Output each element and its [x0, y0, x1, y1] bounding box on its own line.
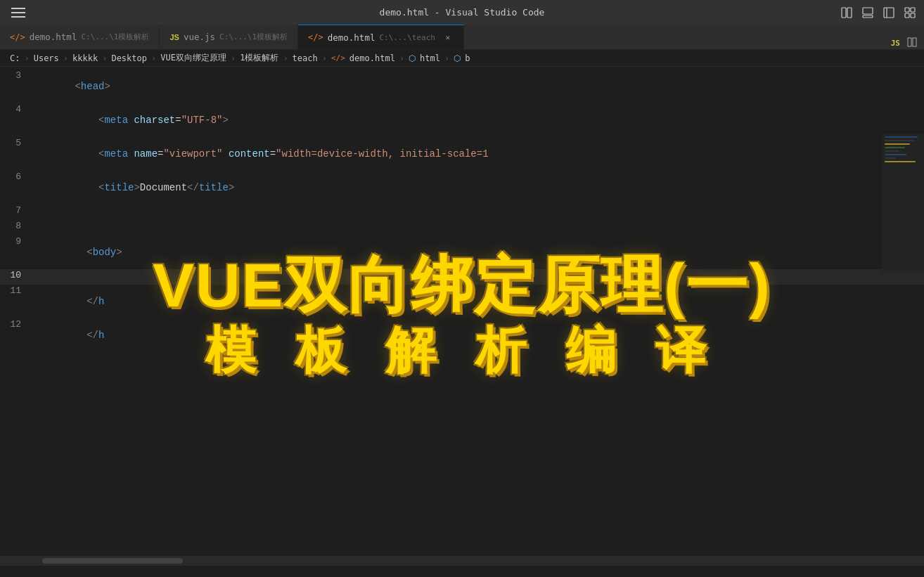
split-editor-icon[interactable]	[907, 37, 917, 49]
bc-sep: ›	[231, 53, 236, 63]
bc-users: Users	[34, 53, 59, 63]
svg-rect-4	[884, 8, 894, 18]
line-content[interactable]: <body>	[35, 235, 924, 269]
layout-bottom-icon[interactable]	[862, 7, 873, 18]
bc-kkkkk: kkkkk	[72, 53, 98, 63]
minimap	[882, 134, 924, 274]
line-content[interactable]	[35, 220, 924, 231]
bc-html-icon: </>	[331, 53, 345, 63]
bc-sep: ›	[24, 53, 29, 63]
line-number: 3	[0, 70, 35, 81]
js-file-icon: JS	[169, 33, 179, 41]
code-line-10: 10	[0, 269, 924, 285]
bc-desktop: Desktop	[111, 53, 147, 63]
svg-rect-9	[911, 13, 915, 18]
bc-sep: ›	[283, 53, 288, 63]
svg-rect-8	[905, 13, 909, 18]
html-file-icon-active: </>	[308, 32, 323, 42]
layout-sidebar-icon[interactable]	[883, 7, 894, 18]
svg-rect-10	[908, 38, 911, 46]
line-content[interactable]: <head>	[35, 70, 924, 103]
line-number: 5	[0, 138, 35, 148]
tab-path: C:\...\1模板解析	[81, 32, 149, 42]
minimap-line	[885, 150, 899, 152]
line-number: 4	[0, 104, 35, 115]
line-content[interactable]: </h	[35, 285, 924, 318]
layout-panel-icon[interactable]	[841, 7, 852, 18]
bc-demohtml: demo.html	[349, 53, 395, 63]
tabs-bar: </> demo.html C:\...\1模板解析 JS vue.js C:\…	[0, 25, 924, 50]
tab-close-button[interactable]: ✕	[442, 32, 454, 43]
window-controls	[841, 7, 916, 18]
svg-rect-3	[863, 15, 873, 18]
svg-rect-1	[847, 8, 852, 18]
more-options-icon[interactable]	[904, 7, 916, 18]
horizontal-scrollbar[interactable]	[0, 556, 924, 566]
bc-sep: ›	[399, 53, 404, 63]
bc-teach: teach	[293, 53, 318, 63]
line-number: 10	[0, 270, 35, 280]
code-line-6: 6 <title>Document</title>	[0, 171, 924, 205]
title-bar: demo.html - Visual Studio Code	[0, 0, 924, 25]
minimap-line	[885, 140, 914, 141]
svg-rect-7	[911, 8, 915, 12]
svg-rect-11	[913, 38, 916, 46]
minimap-line	[885, 161, 916, 162]
code-line-12: 12 </h	[0, 318, 924, 352]
line-number: 6	[0, 171, 35, 182]
tabs-right-icons: JS	[891, 37, 924, 49]
html-file-icon: </>	[10, 32, 25, 42]
tab-filename: demo.html	[30, 32, 77, 42]
line-content[interactable]	[35, 205, 924, 216]
svg-rect-0	[842, 8, 846, 18]
minimap-line	[885, 136, 918, 138]
bc-1moban: 1模板解析	[240, 52, 278, 64]
svg-rect-6	[905, 8, 909, 12]
js-badge: JS	[891, 39, 900, 48]
code-line-11: 11 </h	[0, 285, 924, 318]
code-line-8: 8	[0, 220, 924, 235]
code-line-7: 7	[0, 205, 924, 220]
bc-vue: VUE双向绑定原理	[160, 52, 226, 64]
bc-c: C:	[10, 53, 20, 63]
bc-sep: ›	[63, 53, 68, 63]
minimap-line	[885, 157, 896, 159]
tab-demo-html-inactive[interactable]: </> demo.html C:\...\1模板解析	[0, 25, 160, 49]
bc-sep: ›	[322, 53, 327, 63]
window-title: demo.html - Visual Studio Code	[380, 7, 545, 18]
code-line-4: 4 <meta charset="UTF-8">	[0, 103, 924, 137]
bc-b: b	[465, 53, 470, 63]
tab-demo-html-active[interactable]: </> demo.html C:\...\teach ✕	[298, 25, 464, 49]
code-line-3: 3 <head>	[0, 70, 924, 103]
line-number: 8	[0, 221, 35, 231]
minimap-line	[885, 154, 906, 155]
code-line-5: 5 <meta name="viewport" content="width=d…	[0, 137, 924, 171]
line-content[interactable]: <title>Document</title>	[35, 171, 924, 205]
minimap-line	[885, 143, 910, 145]
line-content[interactable]: <meta name="viewport" content="width=dev…	[35, 137, 924, 171]
bc-sep: ›	[102, 53, 107, 63]
minimap-line	[885, 147, 905, 148]
editor-area: 3 <head> 4 <meta charset="UTF-8"> 5 <met…	[0, 67, 924, 566]
line-content[interactable]: </h	[35, 318, 924, 352]
breadcrumb: C: › Users › kkkkk › Desktop › VUE双向绑定原理…	[0, 50, 924, 67]
line-content[interactable]	[35, 269, 924, 280]
hamburger-menu-icon[interactable]	[11, 8, 25, 18]
code-line-9: 9 <body>	[0, 235, 924, 269]
line-number: 9	[0, 236, 35, 247]
line-number: 12	[0, 319, 35, 330]
line-number: 11	[0, 285, 35, 296]
bc-globe-icon2: ⬡	[454, 53, 461, 63]
tab-vue-js[interactable]: JS vue.js C:\...\1模板解析	[160, 25, 298, 49]
bc-sep: ›	[151, 53, 156, 63]
line-content[interactable]: <meta charset="UTF-8">	[35, 103, 924, 137]
bc-globe-icon: ⬡	[409, 53, 416, 63]
bc-sep: ›	[444, 53, 449, 63]
tab-filename-active: demo.html	[328, 32, 376, 43]
svg-rect-2	[863, 8, 873, 14]
tab-path-active: C:\...\teach	[379, 33, 435, 42]
tab-filename: vue.js	[184, 32, 215, 42]
scrollbar-thumb[interactable]	[42, 558, 183, 564]
tab-path: C:\...\1模板解析	[219, 32, 288, 42]
bc-html-tag: html	[420, 53, 440, 63]
